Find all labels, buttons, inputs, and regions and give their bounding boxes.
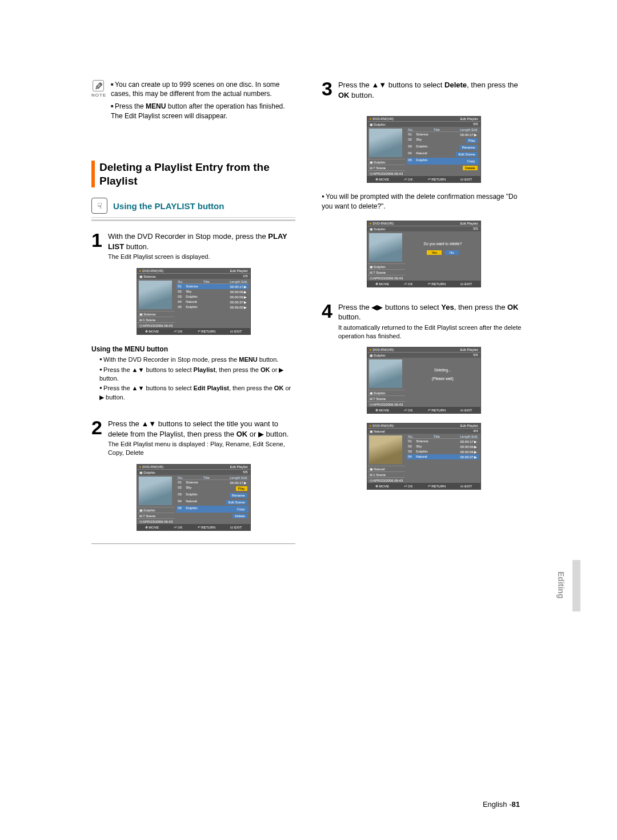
step-body: Press the ◀▶ buttons to select Yes, then… [338,302,526,341]
ss-col: Title [203,280,210,283]
list-item: With the DVD Recorder in Stop mode, pres… [99,355,295,364]
li-text: , then press the [229,385,274,391]
ss-cell: 04 [178,499,183,505]
left-column: ✎ NOTE You can create up to 999 scenes o… [91,80,295,557]
ss-title: Edit Playlist [460,424,478,427]
ss-sub-scene: 7 Scene [373,166,386,170]
ss-sub-title: Science [143,313,155,316]
step-4: 4 Press the ◀▶ buttons to select Yes, th… [322,302,526,341]
ss-cell: 01 [408,133,414,137]
ss-nav: RETURN [201,330,215,333]
step-body: With the DVD Recorder in Stop mode, pres… [108,231,295,261]
ss-cell: Science [416,133,454,137]
ss-menu-item: Edit Scene [456,152,477,157]
step-text: Press the ▲▼ buttons to select [338,81,444,89]
step-text: or ▶ button. [247,430,289,438]
ss-cell: 02 [178,290,183,294]
ss-nav: OK [408,178,413,181]
li-bold: OK [261,366,270,373]
step-subtext: The Edit Playlist menu is displayed : Pl… [108,440,295,457]
ss-cell: 01 [408,439,414,443]
ss-name: Dolphin [374,227,385,231]
ss-count: 5/5 [473,353,478,357]
ss-cell: 00:00:06 ▶ [457,450,478,454]
ss-cell: Sky [186,290,224,294]
ss-cell: Science [416,439,454,443]
ss-nav: MOVE [379,282,389,286]
ss-nav: MOVE [149,526,159,529]
ss-sub-scene: 7 Scene [373,397,386,401]
side-tab-bar [572,560,580,611]
ss-col: Length Edit [230,280,247,283]
ss-nav: OK [178,526,183,529]
ss-cell: 00:00:06 ▶ [227,290,247,294]
ss-count: 5/5 [473,227,478,231]
ss-nav: OK [408,409,413,412]
ss-cell: Dolphin [416,158,462,164]
ss-yes-button: Yes [427,250,442,255]
ss-nav: RETURN [201,526,215,529]
step-text: , then press the [467,81,518,89]
ss-cell: 00:00:17 ▶ [227,481,247,485]
ss-wait-msg: (Please wait) [408,377,476,381]
ss-cell: 00:00:37 ▶ [457,455,478,459]
ss-menu-item: Play [236,486,247,491]
ss-menu-item: Rename [230,493,247,498]
ss-nav: RETURN [431,485,446,488]
ss-sub-date: APR/23/2006 06:43 [373,172,403,175]
menu-instructions: With the DVD Recorder in Stop mode, pres… [91,355,295,402]
ss-title: Edit Playlist [460,222,478,225]
ss-cell: 00:06:00 ▶ [227,305,247,309]
ss-name: Dolphin [374,354,385,357]
ss-menu-item: Edit Scene [226,500,247,505]
ss-col: No. [178,476,183,479]
li-text: Press the ▲▼ buttons to select [103,385,194,391]
step-text: button. [338,313,361,321]
ss-sub-date: APR/23/2006 06:43 [143,324,173,327]
screenshot-edit-playlist-list: ●DVD-RW(VR)Edit Playlist ▣ Science1/5 ▣ … [137,268,251,335]
ss-menu-item: Copy [234,507,247,511]
ss-name: Natural [374,430,384,433]
ss-col: Title [434,435,440,438]
ss-cell: Dolphin [186,305,224,309]
ss-col: Length Edit [230,476,247,479]
ss-sub-date: APR/23/2006 06:43 [373,403,403,406]
divider [91,219,295,221]
ss-cell: 05 [178,506,183,512]
ss-nav: MOVE [379,178,389,181]
step-text: With the DVD Recorder in Stop mode, pres… [108,232,268,241]
ss-nav: MOVE [379,485,389,488]
step-text: button. [349,91,374,99]
ss-nav: OK [408,485,413,488]
ss-deleting-msg: Deleting... [408,368,476,372]
ss-cell: 00:00:17 ▶ [457,439,478,443]
ss-col: No. [408,128,413,131]
column-divider [91,543,295,544]
step-bold: Yes [441,303,454,311]
ss-cell: Natural [416,151,454,157]
ss-nav: EXIT [234,526,242,529]
ss-cell: Dolphin [186,506,232,512]
ss-nav: EXIT [464,178,472,181]
ss-cell: 03 [178,295,183,299]
note-block: ✎ NOTE You can create up to 999 scenes o… [91,80,295,121]
ss-thumbnail [369,233,402,262]
ss-disc: DVD-RW(VR) [372,117,394,121]
step-number: 2 [91,419,102,437]
ss-no-button: No [445,250,459,255]
ss-menu-item: Delete [233,514,247,518]
ss-col: No. [408,435,413,438]
ss-title: Edit Playlist [460,117,478,121]
ss-thumbnail [139,281,172,309]
ss-cell: Sky [416,138,464,143]
ss-cell: Science [186,481,224,485]
list-item: You will be prompted with the delete con… [322,192,526,211]
ss-nav: EXIT [464,409,472,412]
ss-cell: Dolphin [186,493,227,498]
ss-cell: 00:00:37 ▶ [227,300,247,304]
li-text: , then press the [215,366,261,373]
ss-cell: 00:00:17 ▶ [227,285,247,289]
footer-page: 81 [512,800,520,809]
ss-cell: 01 [178,285,183,289]
step-text: Press the ◀▶ buttons to select [338,303,441,311]
